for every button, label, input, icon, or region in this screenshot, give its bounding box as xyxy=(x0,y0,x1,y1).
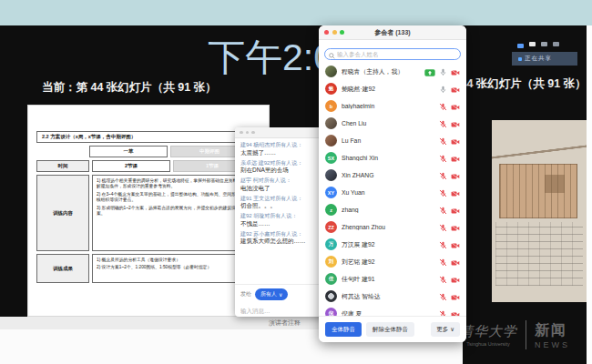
participant-row[interactable]: Chen Liu xyxy=(319,115,466,132)
close-icon[interactable] xyxy=(240,131,243,135)
participant-name: baiyhaelmin xyxy=(342,103,434,109)
camera-off-icon[interactable] xyxy=(451,254,460,270)
mic-off-icon[interactable] xyxy=(439,98,447,115)
mic-off-icon[interactable] xyxy=(439,133,447,149)
mute-all-button[interactable]: 全体静音 xyxy=(325,322,362,337)
minimize-icon[interactable] xyxy=(517,44,524,48)
participant-status-icons xyxy=(439,271,460,288)
mic-off-icon[interactable] xyxy=(439,237,447,253)
participant-row[interactable]: 程晓青（主持人，我） xyxy=(319,63,466,80)
slide-counter-left: 当前：第 44 张幻灯片（共 91 张） xyxy=(42,80,217,96)
camera-off-icon[interactable] xyxy=(451,237,460,253)
avatar xyxy=(325,169,337,181)
mic-on-icon[interactable] xyxy=(439,81,447,97)
chat-message-sender: 亲卓远 建92对所有人说： xyxy=(240,160,326,167)
participant-row[interactable]: bbaiyhaelmin xyxy=(319,97,466,115)
chat-message: 赵宇 柯对所有人说：电池没电了 xyxy=(240,177,326,192)
chat-message: 建94 杨绍杰对所有人说：太震撼了…… xyxy=(240,142,326,157)
slide-time-cell: 2节课 xyxy=(92,160,170,172)
search-icon xyxy=(329,46,335,63)
camera-off-icon[interactable] xyxy=(451,150,460,167)
window-icon[interactable] xyxy=(529,42,536,46)
camera-off-icon[interactable] xyxy=(451,133,460,149)
avatar xyxy=(325,135,337,147)
minimize-icon[interactable] xyxy=(246,131,250,135)
participant-row[interactable]: XYXu Yuan xyxy=(319,184,466,201)
participant-status-icons xyxy=(439,237,460,253)
camera-off-icon[interactable] xyxy=(451,116,460,132)
participants-search-input[interactable] xyxy=(324,48,461,60)
participant-row[interactable]: SXShangchi Xin xyxy=(319,149,466,167)
camera-off-icon[interactable] xyxy=(451,288,460,305)
participant-name: 鲍晓然·建92 xyxy=(342,85,434,94)
participant-row[interactable]: 鲍鲍晓然·建92 xyxy=(319,80,466,97)
participant-name: Zhengnan Zhou xyxy=(342,224,434,230)
participant-name: 柯其达 智绘达 xyxy=(342,292,434,301)
slide-result-label: 训练成果 xyxy=(36,254,89,283)
chat-message-text: 切合照。。。 xyxy=(240,202,326,209)
mic-on-icon[interactable] xyxy=(439,64,447,80)
more-button[interactable]: 更多 ∨ xyxy=(431,322,460,337)
mic-off-icon[interactable] xyxy=(439,150,447,167)
chat-message: 建92 苏小鑫对所有人说：建筑系大师怎么想的…… xyxy=(240,231,326,246)
chat-message-sender: 建94 杨绍杰对所有人说： xyxy=(240,142,326,149)
participant-row[interactable]: 柯其达 智绘达 xyxy=(319,288,466,305)
watermark-divider xyxy=(526,320,526,349)
unmute-all-button[interactable]: 解除全体静音 xyxy=(366,322,414,337)
speaker-notes-bar: 演讲者注释 xyxy=(0,317,324,329)
screen-share-badge-icon xyxy=(424,64,435,80)
camera-off-icon[interactable] xyxy=(451,185,460,201)
mic-off-icon[interactable] xyxy=(439,185,447,201)
camera-off-icon[interactable] xyxy=(451,81,460,97)
participant-row[interactable]: 万万汉展 建92 xyxy=(319,236,466,253)
slide-content-cell: 1) 梳理选个相关重要的调研分析，研究场地特征，掌握外部基础信息资料，了解规划条… xyxy=(92,175,254,251)
mic-off-icon[interactable] xyxy=(439,219,447,236)
camera-off-icon[interactable] xyxy=(451,219,460,236)
tsinghua-logo-cn: 清华大学 xyxy=(459,323,517,340)
chat-message-input[interactable] xyxy=(240,308,326,314)
participant-row[interactable]: Xin ZHANG xyxy=(319,167,466,184)
participants-title: 参会者 (133) xyxy=(319,28,466,37)
participant-row[interactable]: 刘刘艺铭 建92 xyxy=(319,253,466,270)
chat-titlebar[interactable] xyxy=(235,127,332,138)
sharing-status-bar[interactable]: 正在共享 xyxy=(512,52,577,66)
participant-row[interactable]: ZZZhengnan Zhou xyxy=(319,218,466,236)
chat-message-list[interactable]: 建94 杨绍杰对所有人说：太震撼了……亲卓远 建92对所有人说：刻在DNA里的会… xyxy=(235,138,332,278)
participants-list[interactable]: 程晓青（主持人，我）鲍鲍晓然·建92bbaiyhaelminChen LiuLu… xyxy=(319,63,466,322)
slide-result-cell: 1) 概念及所选的分析工具（遵循设计要求）2) 设计方案1~2个、1:200图纸… xyxy=(92,254,254,283)
mic-off-icon[interactable] xyxy=(439,167,447,184)
participants-window: 参会者 (133) 程晓青（主持人，我）鲍鲍晓然·建92bbaiyhaelmin… xyxy=(319,25,466,342)
grid-icon[interactable] xyxy=(553,42,559,46)
mic-off-icon[interactable] xyxy=(439,288,447,305)
participant-name: Shangchi Xin xyxy=(342,155,434,161)
mic-off-icon[interactable] xyxy=(439,202,447,218)
participant-row[interactable]: 佳佳句叶 建91 xyxy=(319,270,466,288)
sketch-plan-lines xyxy=(495,222,583,286)
participant-name: 刘艺铭 建92 xyxy=(342,258,434,267)
floating-toolbar xyxy=(517,42,559,48)
participant-row[interactable]: Lu Fan xyxy=(319,132,466,149)
chat-footer: 发给 所有人 ∨ xyxy=(235,284,332,317)
camera-off-icon[interactable] xyxy=(451,167,460,184)
slide-content-line: 1) 梳理选个相关重要的调研分析，研究场地特征，掌握外部基础信息资料，了解规划条… xyxy=(97,178,250,190)
send-to-selector[interactable]: 所有人 ∨ xyxy=(255,288,288,300)
chat-message-text: 建筑系大师怎么想的…… xyxy=(240,238,326,245)
mic-off-icon[interactable] xyxy=(439,271,447,288)
participants-footer: 全体静音 解除全体静音 更多 ∨ xyxy=(319,316,466,342)
participants-titlebar[interactable]: 参会者 (133) xyxy=(319,25,466,40)
zoom-icon[interactable] xyxy=(251,131,255,135)
avatar: 万 xyxy=(325,238,337,250)
slide-stage-cell: 一草 xyxy=(89,146,168,157)
mic-off-icon[interactable] xyxy=(439,116,447,132)
camera-off-icon[interactable] xyxy=(451,202,460,218)
menu-icon[interactable] xyxy=(541,42,547,46)
mic-off-icon[interactable] xyxy=(439,254,447,270)
participant-row[interactable]: zzhang xyxy=(319,201,466,218)
chat-message: 建92 胡璇对所有人说：不愧是…… xyxy=(240,213,326,228)
chat-window: 建94 杨绍杰对所有人说：太震撼了……亲卓远 建92对所有人说：刻在DNA里的会… xyxy=(235,127,332,317)
desktop-menubar-strip xyxy=(0,0,592,25)
camera-off-icon[interactable] xyxy=(451,271,460,288)
camera-off-icon[interactable] xyxy=(451,98,460,115)
camera-off-icon[interactable] xyxy=(451,64,460,80)
broadcast-watermark: 清华大学 Tsinghua University 新闻 NEWS xyxy=(459,309,588,360)
